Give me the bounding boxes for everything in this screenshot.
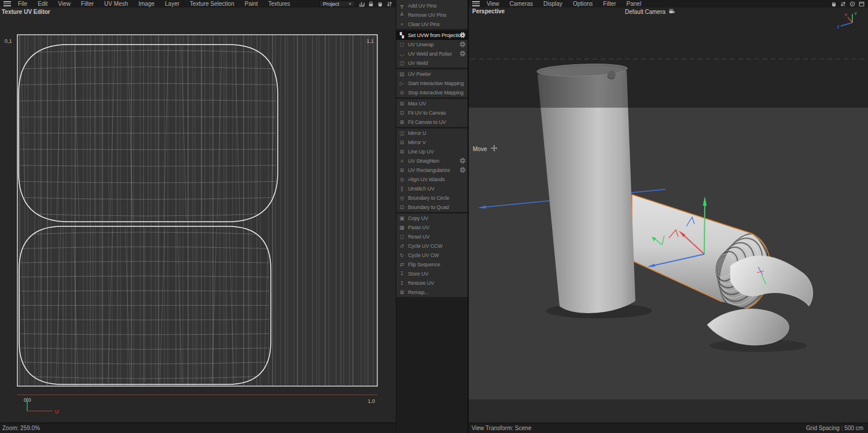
panel-item-store-uv[interactable]: ↧Store UV — [396, 269, 468, 278]
swap-vertical-icon — [386, 1, 393, 8]
panel-item-mirror-u[interactable]: ◫Mirror U — [396, 129, 468, 138]
hand-icon[interactable] — [830, 1, 837, 8]
svg-text:1,1: 1,1 — [366, 38, 374, 44]
vp-menu-display[interactable]: Display — [538, 1, 568, 7]
panel-item-remove-uv-pins[interactable]: ┻Remove UV Pins — [396, 10, 468, 20]
mirror-v-icon: ⊟ — [398, 140, 406, 145]
panel-item-cycle-uv-cw[interactable]: ↻Cycle UV CW — [396, 251, 468, 260]
viewport-view-label[interactable]: Perspective — [472, 8, 505, 14]
uv-menu-image[interactable]: Image — [133, 1, 160, 7]
panel-item-uv-unwrap[interactable]: ◻UV Unwrap — [396, 40, 468, 49]
vp-menu-cameras[interactable]: Cameras — [505, 1, 539, 7]
panel-item-reset-uv[interactable]: ◻Reset UV — [396, 232, 468, 241]
panel-item-stop-interactive-mapping[interactable]: ⊘Stop Interactive Mapping — [396, 88, 468, 97]
uv-canvas[interactable]: 0,11,11,00,0U — [0, 17, 396, 423]
uv-menu-textures[interactable]: Textures — [263, 1, 296, 7]
panel-item-max-uv[interactable]: ⊞Max UV — [396, 99, 468, 108]
panel-item-uv-straighten[interactable]: ≡UV Straighten — [396, 156, 468, 166]
uv-menu-uv-mesh[interactable]: UV Mesh — [99, 1, 133, 7]
panel-item-remap[interactable]: ⊠Remap... — [396, 288, 468, 297]
hamburger-icon[interactable] — [472, 1, 480, 6]
orbit-icon[interactable] — [849, 1, 856, 8]
uv-menu-file[interactable]: File — [13, 1, 32, 7]
perspective-viewport[interactable]: YZX Perspective Default Camera Move — [469, 0, 868, 433]
remap-icon: ⊠ — [398, 289, 406, 295]
panel-item-start-interactive-mapping[interactable]: ▷Start Interactive Mapping — [396, 79, 468, 88]
uv-menu-texture-selection[interactable]: Texture Selection — [185, 1, 240, 7]
panel-item-label: UV Unwrap — [408, 42, 434, 47]
flip-sequence-icon: ⇄ — [398, 262, 406, 267]
copy-icon: ▣ — [398, 215, 406, 221]
panel-item-uv-weld-and-relax[interactable]: ◡UV Weld and Relax — [396, 49, 468, 58]
panel-item-boundary-to-quad[interactable]: ⊡Boundary to Quad — [396, 203, 468, 212]
unwrap-icon: ◻ — [398, 42, 406, 47]
move-cross-icon — [491, 145, 498, 153]
uv-editor-menu: FileEditViewFilterUV MeshImageLayerTextu… — [13, 1, 295, 7]
panel-item-unstitch-uv[interactable]: ∥Unstitch UV — [396, 184, 468, 193]
panel-item-line-up-uv[interactable]: ⊞Line Up UV — [396, 147, 468, 156]
swap-vertical-icon[interactable] — [840, 1, 847, 8]
panel-divider — [468, 0, 469, 433]
panel-item-boundary-to-circle[interactable]: ◎Boundary to Circle — [396, 193, 468, 203]
panel-item-label: Stop Interactive Mapping — [408, 90, 464, 96]
app-window: FileEditViewFilterUV MeshImageLayerTextu… — [0, 0, 868, 433]
panel-item-fit-canvas-to-uv[interactable]: ⊠Fit Canvas to UV — [396, 118, 468, 127]
panel-item-uv-rectangularize[interactable]: ⊞UV Rectangularize — [396, 166, 468, 175]
histogram-icon[interactable] — [358, 1, 365, 8]
viewport-menubar: ViewCamerasDisplayOptionsFilterPanel — [469, 0, 868, 8]
swap-vertical-icon[interactable] — [386, 1, 393, 8]
gear-icon[interactable] — [459, 157, 466, 164]
uv-menu-layer[interactable]: Layer — [160, 1, 185, 7]
play-icon: ▷ — [398, 80, 406, 86]
panel-item-uv-weld[interactable]: ◫UV Weld — [396, 58, 468, 68]
panel-item-set-uvw-from-projection[interactable]: ▚Set UVW from Projection — [396, 31, 468, 40]
zoom-level: Zoom: 259.0% — [2, 425, 40, 431]
panel-item-uv-peeler[interactable]: ▤UV Peeler — [396, 69, 468, 79]
viewport-canvas[interactable]: YZX — [469, 8, 868, 423]
vp-menu-panel[interactable]: Panel — [621, 1, 647, 7]
panel-item-label: Line Up UV — [408, 149, 434, 155]
panel-item-clear-uv-pins[interactable]: ×Clear UV Pins — [396, 20, 468, 29]
vp-menu-options[interactable]: Options — [568, 1, 598, 7]
panel-item-label: Boundary to Quad — [408, 204, 449, 210]
gear-icon[interactable] — [459, 32, 466, 38]
panel-item-flip-sequence[interactable]: ⇄Flip Sequence — [396, 260, 468, 269]
uv-menu-view[interactable]: View — [53, 1, 76, 7]
panel-item-copy-uv[interactable]: ▣Copy UV — [396, 214, 468, 223]
window-icon[interactable] — [858, 1, 865, 8]
hand-icon[interactable] — [377, 1, 384, 8]
panel-item-cycle-uv-ccw[interactable]: ↺Cycle UV CCW — [396, 241, 468, 251]
panel-item-label: Mirror U — [408, 130, 426, 136]
project-dropdown[interactable]: Project ▼ — [319, 1, 355, 7]
move-cross-icon — [491, 145, 498, 152]
uv-menu-edit[interactable]: Edit — [32, 1, 53, 7]
fit-uv-to-canvas-icon: ⊡ — [398, 110, 406, 116]
hamburger-icon[interactable] — [3, 1, 11, 6]
camera-label[interactable]: Default Camera — [625, 8, 675, 16]
view-transform-label: View Transform: Scene — [472, 425, 531, 431]
panel-item-label: Boundary to Circle — [408, 195, 449, 201]
unstitch-icon: ∥ — [398, 186, 406, 192]
panel-item-paste-uv[interactable]: ▦Paste UV — [396, 223, 468, 232]
panel-item-label: Set UVW from Projection — [408, 32, 464, 38]
max-uv-icon: ⊞ — [398, 101, 406, 107]
vp-menu-filter[interactable]: Filter — [598, 1, 621, 7]
uv-menu-paint[interactable]: Paint — [240, 1, 263, 7]
panel-item-add-uv-pins[interactable]: ┳Add UV Pins — [396, 1, 468, 10]
svg-text:X: X — [844, 12, 848, 17]
rectangularize-icon: ⊞ — [398, 167, 406, 173]
panel-item-label: UV Weld — [408, 60, 428, 66]
panel-item-label: Remove UV Pins — [408, 12, 446, 18]
panel-item-restore-uv[interactable]: ↥Restore UV — [396, 278, 468, 288]
chevron-down-icon: ▼ — [348, 2, 352, 6]
uv-menu-filter[interactable]: Filter — [76, 1, 99, 7]
gear-icon[interactable] — [459, 50, 466, 57]
lock-icon[interactable] — [367, 1, 374, 8]
panel-item-fit-uv-to-canvas[interactable]: ⊡Fit UV to Canvas — [396, 108, 468, 118]
panel-item-label: UV Peeler — [408, 71, 431, 77]
panel-item-mirror-v[interactable]: ⊟Mirror V — [396, 138, 468, 147]
gear-icon[interactable] — [459, 167, 466, 173]
panel-item-align-uv-islands[interactable]: ◎Align UV Islands — [396, 175, 468, 184]
vp-menu-view[interactable]: View — [481, 1, 505, 7]
gear-icon[interactable] — [459, 41, 466, 47]
